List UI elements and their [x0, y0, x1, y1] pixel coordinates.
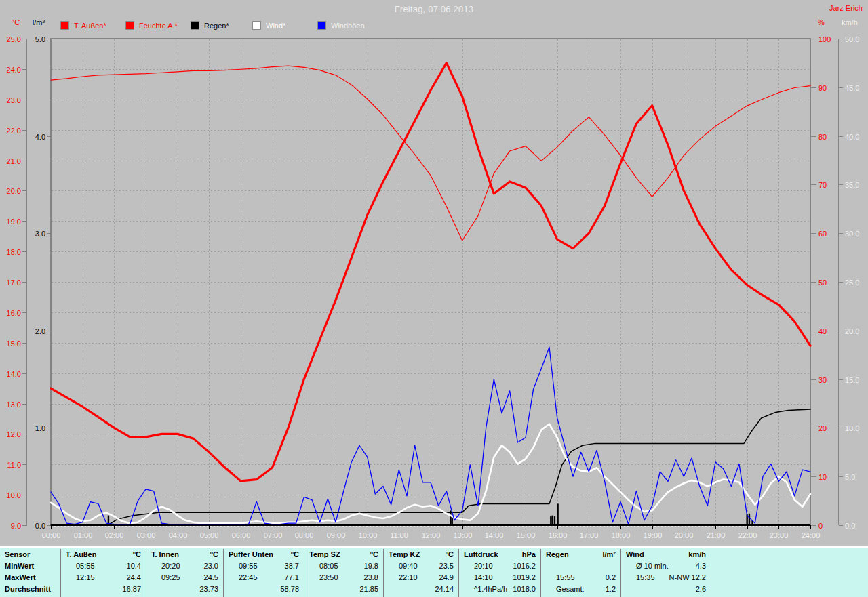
table-row-labels-column: SensorMinWertMaxWertDurchschnitt [0, 549, 60, 597]
cell-time: Ø 10 min. [621, 560, 696, 572]
table-cell-row: 09:4023.5 [384, 560, 458, 572]
rain-bars [108, 503, 753, 525]
legend-label: T. Außen* [74, 22, 106, 30]
svg-text:14:00: 14:00 [485, 531, 504, 539]
svg-text:18.0: 18.0 [7, 248, 21, 256]
cell-time: 09:25 [146, 572, 204, 583]
svg-text:5.0: 5.0 [35, 35, 45, 43]
svg-text:80: 80 [818, 133, 827, 141]
svg-text:20.0: 20.0 [7, 187, 21, 195]
cell-time: 14:10 [459, 572, 513, 583]
table-cell-row: 20:2023.0 [146, 560, 223, 572]
cell-time [621, 583, 696, 595]
svg-text:12:00: 12:00 [422, 531, 441, 539]
table-column-header: Regenl/m² [541, 549, 620, 560]
table-cell-row: 20:101016.2 [459, 560, 540, 572]
legend-label: Wind* [266, 22, 285, 30]
table-cell-row: 2.6 [621, 583, 711, 595]
svg-text:16.0: 16.0 [7, 309, 21, 317]
svg-text:05:00: 05:00 [200, 531, 219, 539]
column-unit: °C [133, 549, 146, 560]
table-cell-row: 09:5538.7 [224, 560, 304, 572]
table-column-temp-sz: Temp SZ°C08:0519.823:5023.821.85 [304, 549, 383, 597]
legend-item-4: Wind* [252, 21, 285, 30]
svg-text:40.0: 40.0 [845, 133, 859, 141]
svg-text:70: 70 [818, 181, 827, 189]
table-cell-row: 22:4577.1 [224, 572, 304, 583]
cell-value: 58.78 [280, 583, 304, 595]
svg-text:10: 10 [818, 473, 827, 481]
svg-text:45.0: 45.0 [845, 84, 859, 92]
column-name: T. Innen [146, 549, 210, 560]
cell-value [616, 560, 620, 572]
cell-value: 24.9 [439, 572, 458, 583]
column-name: Luftdruck [459, 549, 522, 560]
svg-text:18:00: 18:00 [612, 531, 631, 539]
legend-swatch-icon [191, 21, 199, 30]
svg-text:19.0: 19.0 [7, 218, 21, 226]
sensor-summary-table: SensorMinWertMaxWertDurchschnittT. Außen… [0, 546, 868, 597]
svg-text:16:00: 16:00 [549, 531, 568, 539]
svg-text:13:00: 13:00 [454, 531, 473, 539]
table-row-label: MaxWert [0, 572, 60, 583]
table-cell-row: 23:5023.8 [304, 572, 383, 583]
table-cell-row: ^1.4hPa/h1018.0 [459, 583, 540, 595]
svg-text:02:00: 02:00 [105, 531, 124, 539]
column-unit: °C [210, 549, 223, 560]
cell-value: 2.6 [696, 583, 711, 595]
legend-swatch-icon [317, 21, 326, 30]
table-cell-row: 15:35N-NW 12.2 [621, 572, 711, 583]
cell-time [541, 560, 616, 572]
table-column-header: T. Außen°C [61, 549, 146, 560]
table-cell-row: 22:1024.9 [384, 572, 458, 583]
table-column-puffer-unten: Puffer Unten°C09:5538.722:4577.158.78 [223, 549, 304, 597]
column-name: Regen [541, 549, 602, 560]
legend-item-3: Regen* [191, 21, 229, 30]
svg-text:11.0: 11.0 [7, 461, 21, 469]
svg-text:9.0: 9.0 [11, 522, 21, 530]
svg-text:08:00: 08:00 [295, 531, 314, 539]
svg-text:15.0: 15.0 [7, 339, 21, 348]
column-unit: °C [370, 549, 383, 560]
axis-rain-lm2: 5.04.03.02.01.00.0 [35, 35, 51, 530]
cell-time [384, 583, 435, 595]
cell-value: 16.87 [122, 583, 146, 595]
table-cell-row: 12:1524.4 [61, 572, 146, 583]
legend-label: Feuchte A.* [139, 22, 178, 30]
axis-wind-kmh: 50.045.040.035.030.025.020.015.010.05.00… [839, 35, 860, 530]
svg-text:03:00: 03:00 [137, 531, 156, 539]
cell-value: 10.4 [127, 560, 146, 572]
series-t-aussen [51, 63, 810, 481]
cell-value: 23.5 [439, 560, 458, 572]
svg-text:17.0: 17.0 [7, 279, 21, 287]
cell-value: 4.3 [696, 560, 711, 572]
cell-value: 24.4 [127, 572, 146, 583]
legend-swatch-icon [125, 21, 134, 30]
cell-time [61, 583, 122, 595]
table-row-label: MinWert [0, 560, 60, 572]
svg-text:50: 50 [818, 279, 827, 287]
cell-value: N-NW 12.2 [669, 572, 711, 583]
table-cell-row: 21.85 [304, 583, 383, 595]
svg-text:25.0: 25.0 [845, 279, 859, 287]
table-cell-row: 16.87 [61, 583, 146, 595]
axis-temp-c: 25.024.023.022.021.020.019.018.017.016.0… [7, 35, 27, 530]
cell-time: 20:20 [146, 560, 204, 572]
svg-text:00:00: 00:00 [42, 531, 61, 539]
svg-text:50.0: 50.0 [845, 35, 859, 43]
table-cell-row: 05:5510.4 [61, 560, 146, 572]
table-cell-row: Gesamt:1.2 [541, 583, 620, 595]
svg-text:19:00: 19:00 [644, 531, 663, 539]
table-column-header: T. Innen°C [146, 549, 223, 560]
column-name: Temp SZ [304, 549, 370, 560]
svg-text:30.0: 30.0 [845, 230, 859, 238]
cell-time: ^1.4hPa/h [459, 583, 513, 595]
table-row-label: Durchschnitt [0, 583, 60, 595]
table-column-temp-kz: Temp KZ°C09:4023.522:1024.924.14 [383, 549, 458, 597]
legend-swatch-icon [60, 21, 69, 30]
table-column-regen: Regenl/m²15:550.2Gesamt:1.2 [540, 549, 620, 597]
column-unit: l/m² [602, 549, 620, 560]
cell-value: 1019.2 [513, 572, 540, 583]
legend-item-2: Feuchte A.* [125, 21, 178, 30]
svg-text:23.0: 23.0 [7, 96, 21, 104]
